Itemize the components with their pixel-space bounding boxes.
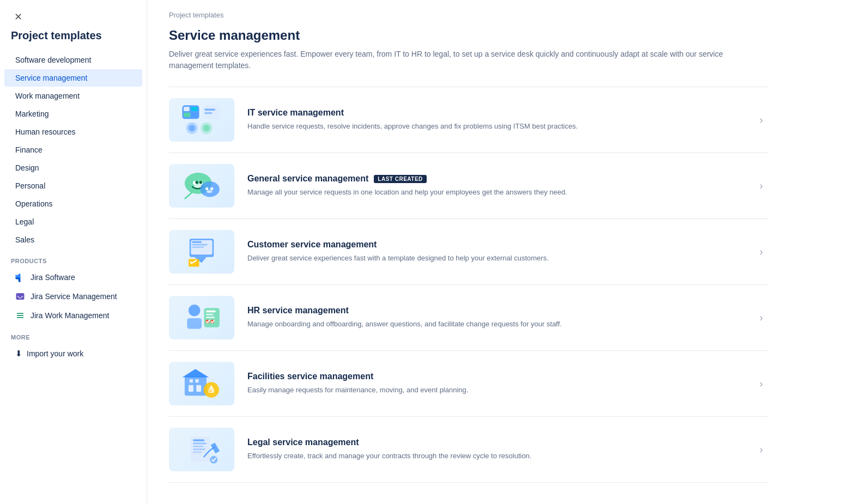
template-card-it-service-management[interactable]: IT service managementHandle service requ…: [169, 87, 768, 153]
template-arrow-hr-service-management: ›: [754, 312, 768, 324]
svg-rect-50: [193, 443, 207, 445]
svg-rect-53: [193, 452, 202, 453]
svg-point-11: [203, 125, 210, 131]
svg-rect-31: [187, 318, 202, 329]
svg-rect-5: [203, 105, 220, 119]
template-desc-facilities-service-management: Easily manage requests for maintenance, …: [247, 385, 629, 396]
template-title-general-service-management: General service management: [247, 174, 368, 184]
jira-service-management-label: Jira Service Management: [31, 292, 117, 301]
svg-rect-27: [192, 246, 204, 248]
more-section-label: MORE: [0, 325, 147, 344]
svg-point-17: [199, 181, 202, 184]
template-card-customer-service-management[interactable]: Customer service managementDeliver great…: [169, 219, 768, 285]
sidebar-item-design[interactable]: Design: [4, 159, 142, 177]
svg-rect-6: [204, 109, 215, 111]
svg-rect-34: [206, 314, 213, 315]
page-description: Deliver great service experiences fast. …: [169, 48, 768, 71]
svg-rect-7: [204, 112, 212, 114]
sidebar-product-jira-service-management[interactable]: Jira Service Management: [4, 287, 142, 306]
products-list: Jira SoftwareJira Service ManagementJira…: [0, 268, 147, 325]
template-title-hr-service-management: HR service management: [247, 306, 349, 315]
template-arrow-it-service-management: ›: [754, 114, 768, 126]
template-desc-customer-service-management: Deliver great service experiences fast w…: [247, 253, 629, 264]
template-card-facilities-service-management[interactable]: Facilities service managementEasily mana…: [169, 351, 768, 417]
svg-rect-45: [208, 389, 214, 393]
svg-rect-51: [193, 446, 204, 447]
template-icon-general-service-management: [169, 164, 234, 208]
last-created-badge-general-service-management: LAST CREATED: [374, 175, 426, 183]
sidebar-item-finance[interactable]: Finance: [4, 141, 142, 159]
jira-service-management-icon: [15, 292, 25, 301]
svg-rect-29: [189, 259, 199, 266]
jira-work-management-icon: [15, 311, 25, 320]
breadcrumb: Project templates: [169, 11, 821, 19]
template-icon-hr-service-management: [169, 296, 234, 339]
sidebar-item-marketing[interactable]: Marketing: [4, 105, 142, 123]
template-card-hr-service-management[interactable]: HR service managementManage onboarding a…: [169, 285, 768, 351]
template-info-customer-service-management: Customer service managementDeliver great…: [247, 240, 741, 264]
template-desc-hr-service-management: Manage onboarding and offboarding, answe…: [247, 319, 629, 330]
svg-rect-49: [193, 439, 204, 441]
template-desc-general-service-management: Manage all your service requests in one …: [247, 187, 629, 198]
svg-rect-4: [191, 113, 197, 117]
svg-point-22: [207, 190, 213, 193]
sidebar-item-legal[interactable]: Legal: [4, 213, 142, 230]
import-work-icon: ⬇: [15, 349, 22, 359]
jira-software-label: Jira Software: [31, 273, 75, 282]
sidebar-product-jira-work-management[interactable]: Jira Work Management: [4, 306, 142, 325]
jira-work-management-label: Jira Work Management: [31, 311, 109, 320]
svg-point-54: [210, 456, 217, 464]
template-arrow-facilities-service-management: ›: [754, 378, 768, 390]
template-info-it-service-management: IT service managementHandle service requ…: [247, 108, 741, 132]
svg-rect-43: [195, 379, 198, 382]
template-card-legal-service-management[interactable]: Legal service managementEffortlessly cre…: [169, 417, 768, 483]
sidebar-item-personal[interactable]: Personal: [4, 177, 142, 195]
sidebar: ✕ Project templates Software development…: [0, 0, 147, 504]
svg-rect-38: [185, 377, 207, 396]
svg-rect-42: [190, 379, 193, 382]
template-arrow-legal-service-management: ›: [754, 444, 768, 456]
template-title-legal-service-management: Legal service management: [247, 438, 359, 447]
more-list: ⬇Import your work: [0, 344, 147, 363]
svg-rect-35: [206, 317, 215, 318]
svg-rect-33: [206, 311, 216, 313]
template-arrow-general-service-management: ›: [754, 180, 768, 192]
close-button[interactable]: ✕: [11, 10, 26, 24]
svg-point-21: [210, 187, 213, 190]
jira-software-icon: [15, 272, 25, 282]
sidebar-title: Project templates: [0, 29, 147, 51]
sidebar-nav: Software developmentService managementWo…: [0, 51, 147, 249]
sidebar-item-software-development[interactable]: Software development: [4, 51, 142, 69]
template-title-customer-service-management: Customer service management: [247, 240, 377, 250]
sidebar-item-sales[interactable]: Sales: [4, 231, 142, 248]
svg-point-47: [210, 390, 211, 392]
sidebar-item-service-management[interactable]: Service management: [4, 69, 142, 87]
template-info-general-service-management: General service managementLAST CREATEDMa…: [247, 174, 741, 198]
template-title-it-service-management: IT service management: [247, 108, 344, 118]
svg-rect-40: [189, 385, 193, 392]
svg-rect-25: [192, 241, 202, 243]
sidebar-product-jira-software[interactable]: Jira Software: [4, 268, 142, 287]
template-arrow-customer-service-management: ›: [754, 246, 768, 258]
svg-marker-39: [182, 369, 209, 377]
template-list: IT service managementHandle service requ…: [169, 87, 768, 483]
template-desc-legal-service-management: Effortlessly create, track and manage yo…: [247, 451, 629, 462]
template-icon-facilities-service-management: [169, 362, 234, 405]
template-card-general-service-management[interactable]: General service managementLAST CREATEDMa…: [169, 153, 768, 219]
main-content: Project templates Service management Del…: [147, 0, 843, 504]
svg-point-20: [205, 187, 208, 190]
svg-rect-1: [184, 107, 190, 111]
svg-rect-52: [193, 448, 205, 450]
svg-point-30: [189, 305, 200, 316]
sidebar-more-import-work[interactable]: ⬇Import your work: [4, 344, 142, 363]
template-icon-it-service-management: [169, 98, 234, 142]
svg-rect-41: [196, 385, 201, 392]
svg-point-9: [189, 125, 195, 131]
svg-rect-3: [184, 113, 190, 117]
svg-rect-26: [192, 244, 207, 246]
svg-point-16: [195, 181, 198, 184]
sidebar-item-operations[interactable]: Operations: [4, 195, 142, 212]
template-info-facilities-service-management: Facilities service managementEasily mana…: [247, 372, 741, 396]
sidebar-item-work-management[interactable]: Work management: [4, 87, 142, 105]
sidebar-item-human-resources[interactable]: Human resources: [4, 123, 142, 141]
